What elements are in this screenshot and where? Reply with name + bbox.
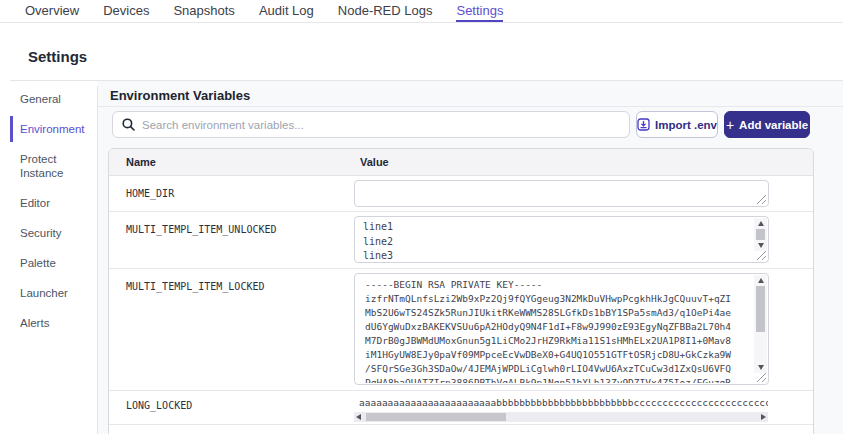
var-value-cell	[354, 176, 813, 211]
column-header-name: Name	[109, 156, 354, 168]
var-name: MULTI_TEMPL_ITEM_UNLOCKED	[109, 212, 354, 268]
import-env-button[interactable]: Import .env	[636, 111, 718, 138]
textarea-text	[355, 182, 753, 205]
plus-icon: +	[726, 118, 734, 132]
add-variable-button[interactable]: + Add variable	[724, 111, 810, 138]
sidebar-item-palette[interactable]: Palette	[10, 250, 97, 276]
search-icon	[122, 118, 135, 131]
env-toolbar: Import .env + Add variable	[112, 111, 810, 138]
table-header-row: Name Value	[109, 149, 813, 176]
table-row: LONG_LOCKED aaaaaaaaaaaaaaaaaaaaaaaabbbb…	[109, 391, 813, 425]
textarea-text: -----BEGIN RSA PRIVATE KEY----- izfrNTmQ…	[355, 275, 753, 383]
section-title: Environment Variables	[110, 88, 250, 103]
resize-grip-icon[interactable]	[756, 194, 767, 205]
sidebar-item-launcher[interactable]: Launcher	[10, 280, 97, 306]
value-textarea[interactable]: -----BEGIN RSA PRIVATE KEY----- izfrNTmQ…	[354, 273, 769, 385]
locked-value-text: aaaaaaaaaaaaaaaaaaaaaaaabbbbbbbbbbbbbbbb…	[359, 397, 768, 408]
vertical-scrollbar[interactable]	[754, 218, 767, 251]
sidebar-item-alerts[interactable]: Alerts	[10, 310, 97, 336]
resize-grip-icon[interactable]	[756, 250, 767, 261]
value-textarea[interactable]: line1 line2 line3 line4	[354, 216, 769, 263]
tab-overview[interactable]: Overview	[25, 0, 79, 22]
instance-tab-bar: Overview Devices Snapshots Audit Log Nod…	[0, 0, 843, 23]
table-row: MULTI_TEMPL_ITEM_UNLOCKED line1 line2 li…	[109, 212, 813, 269]
tab-devices[interactable]: Devices	[103, 0, 149, 22]
var-name: MULTI_TEMPL_ITEM_LOCKED	[109, 269, 354, 390]
scroll-left-icon[interactable]	[356, 414, 361, 420]
sidebar-item-environment[interactable]: Environment	[10, 116, 97, 142]
settings-sidebar: General Environment Protect Instance Edi…	[10, 86, 97, 340]
sidebar-item-security[interactable]: Security	[10, 220, 97, 246]
tab-audit-log[interactable]: Audit Log	[259, 0, 314, 22]
scroll-down-icon[interactable]	[758, 365, 764, 370]
page-title: Settings	[28, 48, 87, 65]
var-name: LONG_LOCKED	[109, 391, 354, 424]
var-value-cell: aaaaaaaaaaaaaaaaaaaaaaaabbbbbbbbbbbbbbbb…	[354, 391, 813, 424]
var-value-cell: line1 line2 line3 line4	[354, 212, 813, 268]
scroll-up-icon[interactable]	[758, 278, 764, 283]
tab-node-red-logs[interactable]: Node-RED Logs	[338, 0, 433, 22]
environment-panel: Environment Variables Import .env +	[98, 81, 843, 434]
table-row: HOME_DIR	[109, 176, 813, 212]
tab-settings[interactable]: Settings	[456, 0, 503, 22]
file-import-icon	[637, 118, 650, 131]
table-row: MULTI_TEMPL_ITEM_LOCKED -----BEGIN RSA P…	[109, 269, 813, 391]
scrollbar-thumb[interactable]	[756, 229, 765, 240]
scroll-up-icon[interactable]	[758, 221, 764, 226]
vertical-scrollbar[interactable]	[754, 275, 767, 373]
var-value-cell: -----BEGIN RSA PRIVATE KEY----- izfrNTmQ…	[354, 269, 813, 390]
add-variable-label: Add variable	[739, 119, 808, 131]
sidebar-item-protect-instance[interactable]: Protect Instance	[10, 146, 97, 186]
column-header-value: Value	[354, 156, 813, 168]
table-row	[109, 425, 813, 434]
scroll-right-icon[interactable]	[761, 414, 766, 420]
search-input[interactable]	[142, 119, 620, 131]
import-env-label: Import .env	[655, 119, 717, 131]
resize-grip-icon[interactable]	[756, 372, 767, 383]
scroll-down-icon[interactable]	[758, 243, 764, 248]
value-textarea[interactable]	[354, 180, 769, 207]
scrollbar-thumb[interactable]	[756, 286, 765, 332]
search-box	[112, 111, 630, 138]
var-name: HOME_DIR	[109, 176, 354, 211]
textarea-text: line1 line2 line3 line4	[355, 218, 753, 261]
instance-settings-page: Overview Devices Snapshots Audit Log Nod…	[0, 0, 843, 434]
horizontal-scrollbar[interactable]	[354, 412, 768, 422]
scrollbar-thumb[interactable]	[366, 413, 506, 421]
sidebar-item-general[interactable]: General	[10, 86, 97, 112]
tab-snapshots[interactable]: Snapshots	[173, 0, 234, 22]
sidebar-item-editor[interactable]: Editor	[10, 190, 97, 216]
env-variables-table: Name Value HOME_DIR MULTI_TEMPL_ITEM_U	[108, 148, 814, 434]
section-divider	[98, 106, 843, 107]
